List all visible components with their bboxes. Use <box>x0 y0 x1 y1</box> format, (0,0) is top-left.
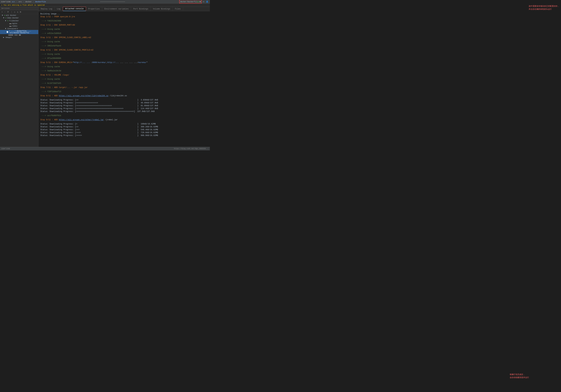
tabs-bar: Deploy Log Log Attached console Properti… <box>38 7 210 11</box>
status-left: 2184*1338 <box>1 148 10 150</box>
center-filler: —————————————————————————— <box>100 1 125 2</box>
run-config-area[interactable]: docker/Dockerfil ▶ ■ <box>179 0 202 3</box>
status-dot: ● <box>7 20 9 22</box>
dockerfile-tab[interactable]: Dockerfile <box>35 1 46 3</box>
tab-properties[interactable]: Properties <box>86 7 102 11</box>
collapse-icon: ▼ <box>2 17 5 19</box>
sidebar: Services + − ⟳ ⋮ ▷ ↻ ⊞ ▼ ● all Docker ▼ … <box>0 7 38 147</box>
log-line: Step 9/11 : ADD https://ali.scyuan.xyz/o… <box>40 118 208 121</box>
path-bar: ✦ You are editing a file which is ignore… <box>0 3 210 7</box>
sidebar-item-nginx[interactable]: ▬▬ nginx <box>0 22 38 25</box>
log-line: ---> Using cache <box>40 78 208 81</box>
sidebar-item-containers[interactable]: ▼ Containers <box>0 27 38 30</box>
remove-icon[interactable]: − <box>4 11 6 13</box>
sidebar-item-dockerfile[interactable]: 📄 / ... • Dockerfile: ... /src/docker/Do… <box>0 30 38 34</box>
sidebar-item-label: all Docker <box>6 14 17 16</box>
add-icon[interactable]: + <box>1 11 3 13</box>
settings-icon[interactable]: ⚙ <box>202 1 205 3</box>
log-line <box>40 81 208 82</box>
log-line: Step 7/11 : ADD target/... -.jar /app.ja… <box>40 86 208 89</box>
log-line: ---> Using cache <box>40 53 208 56</box>
log-content[interactable]: Building image...Step 1/11 : FROM openjd… <box>38 11 210 147</box>
path-sep2: › <box>23 1 24 3</box>
log-line <box>40 18 208 20</box>
user-icon[interactable]: 👤 <box>205 1 209 3</box>
tab-env-variables[interactable]: Environment variables <box>102 7 131 11</box>
run-button[interactable]: ▶ <box>198 0 199 3</box>
log-line: Building image... <box>40 12 208 15</box>
log-line <box>40 56 208 57</box>
top-bar-right[interactable]: docker/Dockerfil ▶ ■ ⚙ 👤 <box>179 0 209 3</box>
more-icon[interactable]: ⋮ <box>10 10 13 13</box>
tab-volume-bindings[interactable]: Volume Bindings <box>151 7 173 11</box>
log-line: ---> f20f1b8eef13 <box>40 90 208 93</box>
log-line: ---> 3962e4efba44 <box>40 44 208 47</box>
sidebar-item-label: 个人Docker <box>9 20 19 22</box>
sidebar-item-label: Imac-Docker <box>7 17 19 19</box>
sidebar-item-images[interactable]: ▶ Images <box>0 36 38 39</box>
log-line: ---> 9a06a2e10c5d <box>40 69 208 72</box>
log-line: ---> Using cache <box>40 65 208 68</box>
log-line: Step 1/11 : FROM openjdk:8-jre <box>40 15 208 18</box>
color-block: ▬▬ <box>9 22 11 24</box>
sidebar-item-label: Images <box>5 36 12 38</box>
sidebar-item-imac-docker[interactable]: ▼ ● Imac-Docker <box>0 17 38 19</box>
log-line <box>40 39 208 40</box>
log-line <box>40 113 208 114</box>
log-line <box>40 89 208 90</box>
collapse-icon: ▼ <box>4 20 7 22</box>
log-line <box>40 85 208 86</box>
log-line: ---> e452ec5d86b9 <box>40 32 208 35</box>
sidebar-item-label: nginx <box>12 22 17 24</box>
status-right: https://blog.csdn.net/dgs_1983520... <box>174 148 209 150</box>
src-label: src <box>19 1 22 3</box>
refresh-icon[interactable]: ⟳ <box>7 10 10 13</box>
status-dot: ● <box>4 14 5 16</box>
tab-attached-console[interactable]: Attached console <box>63 7 86 11</box>
color-block: ▬▬ <box>9 25 11 27</box>
run-config-label: docker/Dockerfil <box>180 1 197 3</box>
log-line <box>40 93 208 94</box>
sidebar-item-redis[interactable]: ▬▬ redis <box>0 25 38 27</box>
tab-files[interactable]: Files <box>173 7 183 11</box>
log-line <box>40 47 208 49</box>
log-line: Step 3/11 : ENV SPRING_CLOUD_CONFIG_LABE… <box>40 36 208 39</box>
log-line <box>40 97 208 99</box>
tab-deploy-log[interactable]: Deploy Log <box>38 7 55 11</box>
log-line: ---> accf8d66f81b <box>40 114 208 117</box>
log-line <box>40 22 208 24</box>
restart-icon[interactable]: ↻ <box>17 10 19 13</box>
log-link[interactable]: https://ali.scyuan.xyz/other/jrebel.jar <box>59 119 104 121</box>
sidebar-item-all-docker[interactable]: ▼ ● all Docker <box>0 14 38 17</box>
path-sep1: › <box>16 1 17 3</box>
sidebar-item-ge-docker[interactable]: ▼ ● 个人Docker <box>0 19 38 22</box>
tab-port-bindings[interactable]: Port Bindings <box>131 7 151 11</box>
log-line: Status: Downloading Progress: [> ] 100kB… <box>40 123 208 125</box>
log-link[interactable]: https://ali.scyuan.xyz/other/libjrebel64… <box>59 95 108 97</box>
log-line: Status: Downloading Progress: [=========… <box>40 104 208 107</box>
sidebar-item-label: / ... • Dockerfile: ... /src/docker/Dock… <box>9 30 37 34</box>
log-line: Status: Downloading Progress: [====> ] 9… <box>40 134 208 137</box>
log-line <box>40 121 208 123</box>
docker-label: docker <box>25 1 32 3</box>
grid-icon[interactable]: ⊞ <box>19 10 22 13</box>
log-line <box>40 35 208 36</box>
file-icon: 📄 <box>6 31 8 33</box>
main-layout: Services + − ⟳ ⋮ ▷ ↻ ⊞ ▼ ● all Docker ▼ … <box>0 7 210 147</box>
log-line: Status: Downloading Progress: [==> ] 540… <box>40 128 208 131</box>
collapse-icon: ▼ <box>1 14 3 16</box>
stop-button[interactable]: ■ <box>199 0 201 3</box>
sidebar-item-sub1[interactable] <box>0 34 38 36</box>
log-line: ---> 6c1072b6fd45 <box>40 82 208 85</box>
status-bar: 2184*1338 https://blog.csdn.net/dgs_1983… <box>0 147 210 150</box>
log-line: ---> 0f1a20040006 <box>40 57 208 60</box>
top-bar-left: 2184*1338 ain › src › docker › Dockerfil… <box>1 1 46 3</box>
log-line: Status: Downloading Progress: [=> ] 360.… <box>40 125 208 128</box>
log-line: Step 6/11 : VOLUME /logs/ <box>40 74 208 76</box>
play-icon[interactable]: ▷ <box>14 10 16 13</box>
tab-log[interactable]: Log <box>55 7 63 11</box>
status-dot: ● <box>5 17 7 19</box>
log-line: Status: Downloading Progress: [===> ] 72… <box>40 131 208 134</box>
log-line <box>40 60 208 61</box>
log-line <box>40 64 208 65</box>
